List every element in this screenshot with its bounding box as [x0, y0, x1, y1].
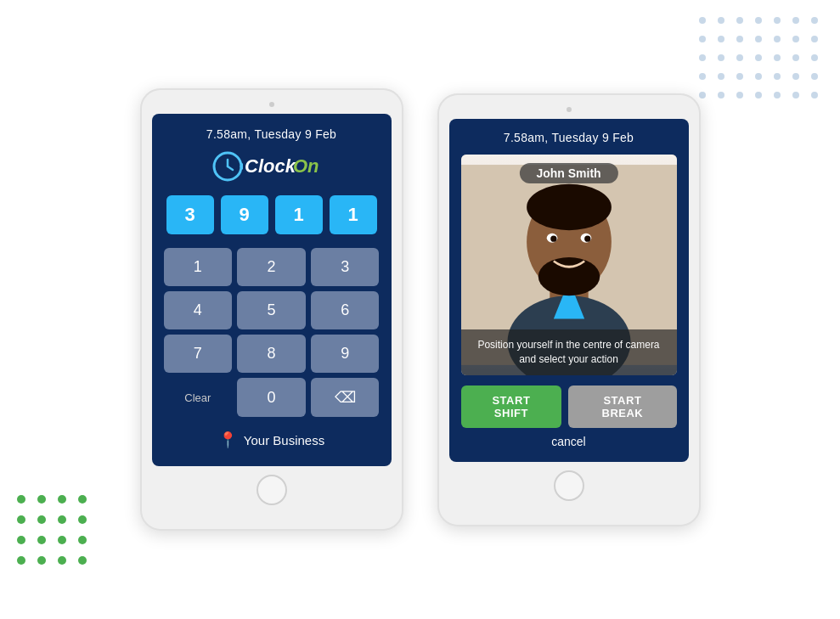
- left-ipad: 7.58am, Tuesday 9 Feb Clock: [140, 88, 403, 531]
- numpad: 1 2 3 4 5 6 7 8 9 Clear 0 ⌫: [164, 248, 380, 417]
- num-btn-4[interactable]: 4: [164, 291, 233, 329]
- svg-line-2: [228, 166, 233, 170]
- cancel-link[interactable]: cancel: [461, 435, 677, 448]
- svg-point-15: [584, 235, 590, 241]
- pin-screen: 7.58am, Tuesday 9 Feb Clock: [152, 114, 392, 466]
- pin-digit-4: 1: [330, 195, 377, 234]
- pin-digit-2: 9: [221, 195, 268, 234]
- num-btn-6[interactable]: 6: [311, 291, 380, 329]
- num-btn-5[interactable]: 5: [237, 291, 306, 329]
- right-screen-time: 7.58am, Tuesday 9 Feb: [461, 131, 677, 144]
- svg-point-11: [538, 256, 600, 295]
- num-btn-3[interactable]: 3: [311, 248, 380, 286]
- svg-point-14: [550, 235, 556, 241]
- business-label: 📍 Your Business: [164, 430, 380, 449]
- pin-display: 3 9 1 1: [164, 195, 380, 234]
- num-btn-7[interactable]: 7: [164, 335, 233, 373]
- num-btn-8[interactable]: 8: [237, 335, 306, 373]
- svg-point-10: [527, 183, 612, 229]
- face-instruction: Position yourself in the centre of camer…: [461, 329, 677, 375]
- camera-area: John Smith Position yourself in the cent…: [461, 155, 677, 375]
- num-btn-1[interactable]: 1: [164, 248, 233, 286]
- pin-digit-3: 1: [275, 195, 323, 234]
- start-shift-button[interactable]: START SHIFT: [461, 385, 562, 428]
- decorative-dots-top-right: [699, 17, 823, 104]
- clockon-logo: Clock On: [164, 151, 380, 182]
- left-ipad-home-button[interactable]: [257, 475, 287, 505]
- location-icon: 📍: [218, 430, 237, 449]
- left-screen-time: 7.58am, Tuesday 9 Feb: [164, 127, 380, 141]
- face-recognition-screen: 7.58am, Tuesday 9 Feb: [449, 119, 689, 462]
- clockon-logo-svg: Clock On: [212, 151, 331, 182]
- num-btn-0[interactable]: 0: [237, 378, 306, 417]
- page-container: 7.58am, Tuesday 9 Feb Clock: [0, 0, 840, 619]
- svg-text:On: On: [293, 155, 319, 177]
- business-name: Your Business: [244, 433, 324, 447]
- right-ipad-home-button[interactable]: [554, 470, 584, 501]
- start-break-button[interactable]: START BREAK: [568, 385, 676, 428]
- right-ipad: 7.58am, Tuesday 9 Feb: [437, 93, 701, 526]
- backspace-button[interactable]: ⌫: [311, 378, 380, 417]
- num-btn-9[interactable]: 9: [311, 335, 380, 373]
- pin-digit-1: 3: [166, 195, 214, 234]
- action-buttons: START SHIFT START BREAK: [461, 385, 677, 428]
- clear-button[interactable]: Clear: [164, 378, 233, 417]
- employee-name-label: John Smith: [519, 163, 617, 183]
- decorative-dots-bottom-left: [17, 495, 90, 568]
- num-btn-2[interactable]: 2: [237, 248, 306, 286]
- svg-text:Clock: Clock: [245, 155, 297, 177]
